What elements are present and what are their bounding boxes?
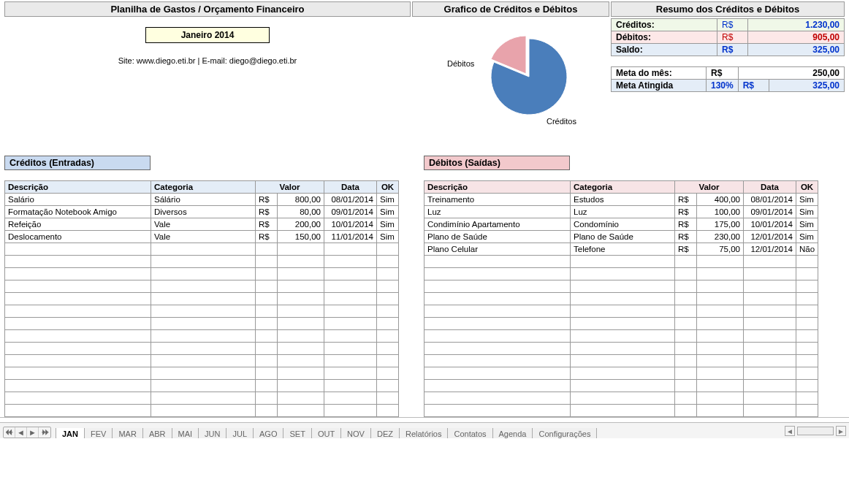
table-row[interactable]	[5, 268, 399, 280]
table-row[interactable]	[424, 293, 818, 305]
cell-valor[interactable]: 230,00	[696, 231, 743, 243]
table-row[interactable]	[424, 355, 818, 367]
hscroll-right-icon[interactable]: ►	[836, 426, 846, 436]
table-row[interactable]	[424, 318, 818, 330]
hscroll-track[interactable]	[797, 427, 834, 435]
table-row[interactable]	[424, 367, 818, 380]
cell-data[interactable]: 12/01/2014	[744, 231, 796, 243]
tab-nav-first-icon[interactable]: ⯬	[4, 427, 15, 438]
sheet-tab-contatos[interactable]: Contatos	[447, 428, 492, 438]
cell-descricao[interactable]: Salário	[5, 194, 151, 206]
cell-currency[interactable]: R$	[674, 194, 696, 206]
cell-valor[interactable]: 175,00	[696, 218, 743, 231]
table-row[interactable]	[5, 405, 399, 417]
table-row[interactable]	[5, 256, 399, 268]
cell-descricao[interactable]: Plano Celular	[424, 243, 571, 256]
cell-valor[interactable]: 400,00	[696, 194, 743, 206]
cell-categoria[interactable]: Estudos	[571, 194, 675, 206]
debits-table[interactable]: Descrição Categoria Valor Data OK Treina…	[424, 180, 818, 417]
table-row[interactable]	[5, 367, 399, 380]
credits-table[interactable]: Descrição Categoria Valor Data OK Salári…	[4, 180, 399, 417]
sheet-tab-jan[interactable]: JAN	[56, 428, 85, 438]
sheet-tab-jul[interactable]: JUL	[226, 428, 254, 438]
table-row[interactable]	[5, 280, 399, 293]
cell-currency[interactable]: R$	[674, 243, 696, 256]
cell-data[interactable]: 08/01/2014	[744, 194, 796, 206]
cell-ok[interactable]: Sim	[796, 194, 818, 206]
sheet-tab-mai[interactable]: MAI	[172, 428, 199, 438]
cell-currency[interactable]: R$	[255, 231, 277, 243]
cell-ok[interactable]: Não	[796, 243, 818, 256]
table-row[interactable]: TreinamentoEstudosR$400,0008/01/2014Sim	[424, 194, 818, 206]
sheet-tab-agenda[interactable]: Agenda	[492, 428, 533, 438]
cell-data[interactable]: 10/01/2014	[324, 218, 377, 231]
cell-ok[interactable]: Sim	[377, 206, 399, 218]
table-row[interactable]: SalárioSálárioR$800,0008/01/2014Sim	[5, 194, 399, 206]
cell-ok[interactable]: Sim	[377, 194, 399, 206]
table-row[interactable]	[424, 330, 818, 343]
cell-data[interactable]: 12/01/2014	[744, 243, 796, 256]
table-row[interactable]	[5, 330, 399, 343]
cell-currency[interactable]: R$	[674, 231, 696, 243]
sheet-tab-dez[interactable]: DEZ	[370, 428, 400, 438]
cell-valor[interactable]: 150,00	[277, 231, 324, 243]
table-row[interactable]: Formatação Notebook AmigoDiversosR$80,00…	[5, 206, 399, 218]
tab-nav-last-icon[interactable]: ⯮	[39, 427, 50, 438]
cell-currency[interactable]: R$	[674, 218, 696, 231]
cell-currency[interactable]: R$	[674, 206, 696, 218]
table-row[interactable]: Plano de SaúdePlano de SaúdeR$230,0012/0…	[424, 231, 818, 243]
tab-nav[interactable]: ⯬ ◄ ► ⯮	[3, 427, 51, 438]
table-row[interactable]	[5, 343, 399, 355]
sheet-tab-set[interactable]: SET	[283, 428, 311, 438]
table-row[interactable]	[424, 280, 818, 293]
table-row[interactable]: DeslocamentoValeR$150,0011/01/2014Sim	[5, 231, 399, 243]
cell-ok[interactable]: Sim	[796, 218, 818, 231]
cell-data[interactable]: 11/01/2014	[324, 231, 377, 243]
table-row[interactable]	[424, 380, 818, 392]
cell-ok[interactable]: Sim	[796, 231, 818, 243]
cell-valor[interactable]: 100,00	[696, 206, 743, 218]
cell-descricao[interactable]: Condimínio Apartamento	[424, 218, 571, 231]
cell-data[interactable]: 09/01/2014	[324, 206, 377, 218]
sheet-tab-configurações[interactable]: Configurações	[532, 428, 597, 438]
cell-valor[interactable]: 75,00	[696, 243, 743, 256]
sheet-tab-relatórios[interactable]: Relatórios	[399, 428, 449, 438]
tab-nav-next-icon[interactable]: ►	[27, 427, 39, 438]
hscroll-left-icon[interactable]: ◄	[785, 426, 795, 436]
table-row[interactable]	[424, 305, 818, 318]
sheet-tab-ago[interactable]: AGO	[253, 428, 283, 438]
sheet-tab-nov[interactable]: NOV	[340, 428, 371, 438]
cell-currency[interactable]: R$	[255, 194, 277, 206]
table-row[interactable]	[5, 293, 399, 305]
cell-categoria[interactable]: Plano de Saúde	[571, 231, 675, 243]
table-row[interactable]	[424, 268, 818, 280]
table-row[interactable]	[5, 305, 399, 318]
cell-data[interactable]: 10/01/2014	[744, 218, 796, 231]
sheet-tab-jun[interactable]: JUN	[198, 428, 226, 438]
cell-categoria[interactable]: Sálário	[151, 194, 256, 206]
cell-ok[interactable]: Sim	[796, 206, 818, 218]
cell-descricao[interactable]: Refeição	[5, 218, 151, 231]
cell-currency[interactable]: R$	[255, 218, 277, 231]
cell-ok[interactable]: Sim	[377, 218, 399, 231]
sheet-tab-mar[interactable]: MAR	[112, 428, 142, 438]
cell-categoria[interactable]: Telefone	[571, 243, 675, 256]
sheet-tab-out[interactable]: OUT	[311, 428, 341, 438]
table-row[interactable]	[424, 392, 818, 405]
table-row[interactable]	[424, 256, 818, 268]
cell-valor[interactable]: 800,00	[277, 194, 324, 206]
cell-descricao[interactable]: Luz	[424, 206, 571, 218]
table-row[interactable]: RefeiçãoValeR$200,0010/01/2014Sim	[5, 218, 399, 231]
cell-categoria[interactable]: Luz	[571, 206, 675, 218]
cell-descricao[interactable]: Formatação Notebook Amigo	[5, 206, 151, 218]
cell-currency[interactable]: R$	[255, 206, 277, 218]
cell-categoria[interactable]: Condomínio	[571, 218, 675, 231]
sheet-tab-fev[interactable]: FEV	[84, 428, 113, 438]
cell-valor[interactable]: 200,00	[277, 218, 324, 231]
cell-descricao[interactable]: Deslocamento	[5, 231, 151, 243]
sheet-tab-abr[interactable]: ABR	[142, 428, 172, 438]
table-row[interactable]	[424, 343, 818, 355]
cell-data[interactable]: 08/01/2014	[324, 194, 377, 206]
cell-descricao[interactable]: Treinamento	[424, 194, 571, 206]
table-row[interactable]	[5, 318, 399, 330]
